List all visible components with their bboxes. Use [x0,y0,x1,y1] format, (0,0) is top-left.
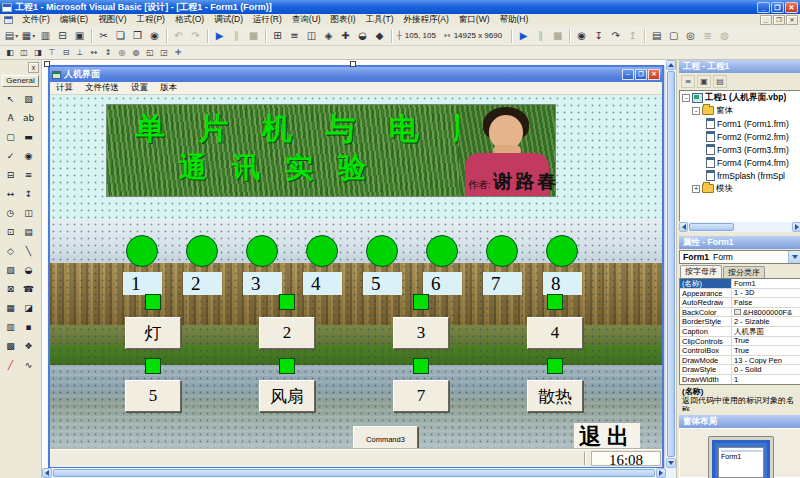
mdi-vertical-scrollbar[interactable] [666,60,676,468]
device-button[interactable]: 4 [527,317,583,349]
bring-to-front-icon[interactable]: ◱ [143,47,157,59]
align-right-icon[interactable]: ◨ [31,47,45,59]
tree-item-form[interactable]: Form4 (Form4.frm) [680,156,800,169]
property-row[interactable]: DrawStyle0 - Solid [680,365,800,375]
led-number-label[interactable]: 6 [423,272,462,295]
toolbar-control-icon[interactable]: ▥ [2,319,19,335]
mdi-minimize-button[interactable]: _ [760,15,772,25]
end-icon[interactable]: ■ [245,28,262,44]
form-maximize-button[interactable]: ❐ [635,69,647,80]
quick-watch-icon[interactable]: ◍ [716,28,733,44]
run-end-icon[interactable]: ■ [549,28,566,44]
redo-icon[interactable]: ↷ [187,28,204,44]
save-project-icon[interactable]: ▣ [71,28,88,44]
hscrollbar-icon[interactable]: ↔ [2,186,19,202]
vscrollbar-icon[interactable]: ↕ [20,186,37,202]
menu-item[interactable]: 帮助(H) [495,14,534,24]
watch-window-icon[interactable]: ◎ [682,28,699,44]
toolbox-close-icon[interactable]: x [28,62,39,73]
cut-icon[interactable]: ✂ [95,28,112,44]
locals-window-icon[interactable]: ▤ [648,28,665,44]
project-tree-scrollbar[interactable] [679,222,800,232]
expand-icon[interactable]: + [692,185,700,193]
project-explorer-icon[interactable]: ⊞ [269,28,286,44]
menu-item[interactable]: 窗口(W) [454,14,495,24]
led-circle[interactable] [486,235,518,267]
mdi-restore-button[interactable]: ❐ [773,15,785,25]
led-circle[interactable] [126,235,158,267]
scroll-right-icon[interactable] [656,468,666,478]
lock-controls-icon[interactable]: ✛ [171,47,185,59]
led-number-label[interactable]: 4 [303,272,342,295]
commandbutton-icon[interactable]: ▬ [20,129,37,145]
device-button[interactable]: 5 [125,380,181,412]
indicator-square[interactable] [413,294,429,310]
filelistbox-icon[interactable]: ▤ [20,224,37,240]
led-number-label[interactable]: 2 [183,272,222,295]
custom-control-curve-icon[interactable]: ∿ [20,357,37,373]
breakpoint-icon[interactable]: ◉ [573,28,590,44]
selection-handle[interactable] [350,61,356,67]
menu-item[interactable]: 视图(V) [93,14,131,24]
scrollbar-thumb[interactable] [667,71,675,457]
menu-item[interactable]: 图表(I) [326,14,361,24]
indicator-square[interactable] [547,294,563,310]
property-row[interactable]: (名称)Form1 [680,279,800,289]
step-out-icon[interactable]: ↥ [624,28,641,44]
tree-item-forms-folder[interactable]: - 窗体 [680,104,800,117]
step-into-icon[interactable]: ↧ [590,28,607,44]
statusbar-control-icon[interactable]: ▪ [20,319,37,335]
layout-miniform[interactable]: Form1 [718,447,764,478]
mscomm-icon[interactable]: ☎ [20,281,37,297]
mdi-horizontal-scrollbar[interactable] [42,468,666,478]
start-icon[interactable]: ▶ [211,28,228,44]
author-label[interactable]: 作者: 谢路春 [468,169,559,195]
indicator-square[interactable] [413,358,429,374]
dirlistbox-icon[interactable]: ⊡ [2,224,19,240]
scroll-left-icon[interactable] [42,468,52,478]
toolbox-icon[interactable]: ✚ [337,28,354,44]
indicator-square[interactable] [279,294,295,310]
line-icon[interactable]: ╲ [20,243,37,259]
form-menu-item[interactable]: 设置 [131,82,148,94]
property-row[interactable]: Caption人机界面 [680,327,800,337]
form-layout-icon[interactable]: ◫ [303,28,320,44]
undo-icon[interactable]: ↶ [170,28,187,44]
tree-item-form[interactable]: Form2 (Form2.frm) [680,130,800,143]
view-object-icon[interactable]: ▣ [697,75,711,88]
data-icon[interactable]: ◒ [20,262,37,278]
align-middle-icon[interactable]: ⊟ [59,47,73,59]
align-center-icon[interactable]: ◫ [17,47,31,59]
property-row[interactable]: ClipControlsTrue [680,337,800,347]
menu-item[interactable]: 编辑(E) [55,14,93,24]
form-minimize-button[interactable]: – [622,69,634,80]
listbox-icon[interactable]: ≡ [20,167,37,183]
led-circle[interactable] [426,235,458,267]
form-menu-item[interactable]: 计算 [56,82,73,94]
step-over-icon[interactable]: ↷ [607,28,624,44]
object-combobox[interactable]: Form1 Form [679,250,800,264]
align-bottom-icon[interactable]: ⊥ [73,47,87,59]
form-menu-item[interactable]: 版本 [160,82,177,94]
imagelist-icon[interactable]: ▩ [2,338,19,354]
find-icon[interactable]: ◉ [146,28,163,44]
device-button[interactable]: 3 [393,317,449,349]
collapse-icon[interactable]: - [692,107,700,115]
collapse-icon[interactable]: - [682,94,690,102]
send-to-back-icon[interactable]: ◲ [157,47,171,59]
property-row[interactable]: BackColor&H8000000F& [680,308,800,318]
scroll-left-icon[interactable] [679,222,688,232]
property-row[interactable]: DrawWidth1 [680,375,800,385]
led-number-label[interactable]: 1 [123,272,162,295]
scroll-right-icon[interactable] [792,222,800,232]
property-row[interactable]: ControlBoxTrue [680,346,800,356]
ole-icon[interactable]: ⊠ [2,281,19,297]
close-button[interactable]: ✕ [785,2,798,13]
indicator-square[interactable] [145,294,161,310]
scrollbar-thumb[interactable] [53,469,655,477]
tree-item-form[interactable]: frmSplash (frmSpl [680,169,800,182]
selection-handle[interactable] [44,61,50,67]
led-circle[interactable] [306,235,338,267]
paste-icon[interactable]: ❐ [129,28,146,44]
led-number-label[interactable]: 8 [543,272,582,295]
